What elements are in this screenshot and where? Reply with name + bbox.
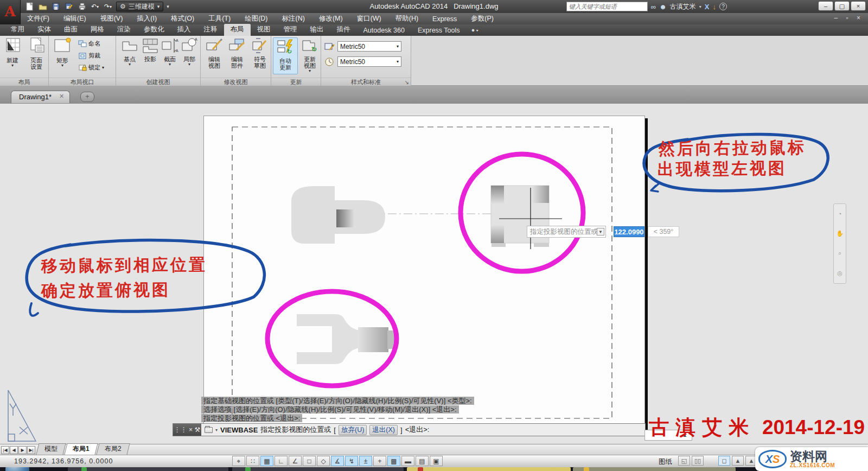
symbol-sketch-button[interactable]: 符号草图: [247, 37, 272, 69]
quick-view-layouts-icon[interactable]: ◱: [678, 456, 690, 466]
minimize-button[interactable]: –: [818, 1, 833, 11]
application-menu-button[interactable]: A: [0, 0, 21, 24]
panel-title-update[interactable]: 更新: [271, 78, 321, 86]
dyn-ucs-toggle[interactable]: ↯: [345, 456, 358, 466]
detail-view-button[interactable]: A 局部▾: [177, 37, 202, 66]
tab-close-icon[interactable]: ✕: [59, 93, 64, 103]
command-option-undo[interactable]: 放弃(U): [339, 425, 367, 435]
auto-update-button[interactable]: ↻ 自动更新: [273, 37, 298, 74]
tab-output[interactable]: 输出: [304, 24, 330, 36]
restore-button[interactable]: ▢: [834, 1, 850, 11]
help-icon[interactable]: ?: [719, 3, 727, 10]
tab-home[interactable]: 常用: [4, 24, 31, 36]
drawing-tab[interactable]: Drawing1* ✕: [11, 91, 70, 103]
user-menu-icon[interactable]: ▾: [699, 4, 701, 9]
tab-autodesk360[interactable]: Autodesk 360: [357, 26, 411, 36]
osnap-toggle[interactable]: □: [303, 456, 316, 466]
annotation-scale-icon[interactable]: ▲: [732, 456, 744, 466]
quick-properties-toggle[interactable]: ▤: [416, 456, 429, 466]
menu-parametric[interactable]: 参数(P): [471, 14, 494, 23]
edit-components-button[interactable]: 编辑部件: [225, 37, 250, 69]
ribbon-options-icon[interactable]: ⏺ ▾: [472, 27, 479, 36]
viewport-lock-button[interactable]: 锁定 ▾: [78, 63, 104, 72]
panel-title-styles[interactable]: 样式和标准: [321, 78, 411, 86]
otrack-toggle[interactable]: ∡: [331, 456, 344, 466]
new-drawing-tab-button[interactable]: +: [80, 92, 94, 102]
panel-title-viewports[interactable]: 布局视口: [49, 78, 116, 86]
viewport-maximize-icon[interactable]: ◻: [718, 456, 730, 466]
dock-close-icon[interactable]: ×: [189, 426, 193, 434]
transparency-toggle[interactable]: ▩: [387, 456, 400, 466]
edit-view-button[interactable]: 编辑视图: [202, 37, 227, 69]
panel-expander-icon[interactable]: ↘: [405, 79, 409, 85]
update-view-button[interactable]: ↻ 更新视图▾: [297, 37, 322, 73]
communication-center-icon[interactable]: ↓: [713, 3, 717, 11]
navigation-bar[interactable]: ◔ ✋ ⌕ ◎: [833, 203, 846, 284]
command-line-dock[interactable]: ⋮⋮ × ⚒ ▾ VIEWBASE 指定投影视图的位置或 [ 放弃(U) 退出(…: [173, 423, 646, 436]
prev-tab-button[interactable]: ◀: [10, 446, 18, 454]
dyn-input-toggle[interactable]: +: [373, 456, 386, 466]
menu-edit[interactable]: 编辑(E): [63, 14, 86, 23]
quick-view-drawings-icon[interactable]: ▯▯: [692, 456, 704, 466]
polar-toggle[interactable]: ∠: [289, 456, 302, 466]
command-option-exit[interactable]: 退出(X): [369, 425, 398, 435]
exchange-apps-icon[interactable]: X: [705, 3, 710, 11]
command-input-area[interactable]: ▾ VIEWBASE 指定投影视图的位置或 [ 放弃(U) 退出(X) ] <退…: [201, 424, 645, 436]
tab-solid[interactable]: 实体: [31, 24, 58, 36]
dyn-input-angle-field[interactable]: < 359°: [648, 226, 679, 237]
view-style-combo[interactable]: Metric50▾: [337, 41, 401, 52]
lineweight-toggle[interactable]: ▬: [401, 456, 414, 466]
first-tab-button[interactable]: |◀: [1, 446, 9, 454]
layout2-tab[interactable]: 布局2: [96, 443, 130, 455]
last-tab-button[interactable]: ▶|: [27, 446, 35, 454]
tab-express-tools[interactable]: Express Tools: [411, 26, 467, 36]
selection-cycling-toggle[interactable]: ▣: [430, 456, 443, 466]
tab-view[interactable]: 视图: [251, 24, 277, 36]
menu-insert[interactable]: 插入(I): [137, 14, 157, 23]
viewport-named-button[interactable]: 命名: [78, 39, 100, 48]
document-window-controls[interactable]: ‒ ▫ ×: [834, 14, 864, 22]
menu-dimension[interactable]: 标注(N): [282, 14, 305, 23]
new-layout-button[interactable]: 新建▾: [0, 37, 25, 67]
menu-draw[interactable]: 绘图(D): [245, 14, 267, 23]
tab-insert[interactable]: 插入: [171, 24, 197, 36]
dock-grip-icon[interactable]: ⋮⋮: [174, 426, 187, 434]
tab-parametric[interactable]: 参数化: [137, 24, 171, 36]
layout1-tab[interactable]: 布局1: [64, 443, 98, 455]
menu-tools[interactable]: 工具(T): [208, 14, 231, 23]
menu-help[interactable]: 帮助(H): [395, 14, 418, 23]
menu-express[interactable]: Express: [432, 15, 457, 23]
menu-format[interactable]: 格式(O): [171, 14, 194, 23]
model-tab[interactable]: 模型: [36, 443, 66, 455]
grid-toggle[interactable]: ▦: [260, 456, 273, 466]
panel-title-layout[interactable]: 布局: [0, 78, 48, 86]
grid-dots-toggle[interactable]: ∷: [246, 456, 259, 466]
orbit-icon[interactable]: ◎: [837, 270, 843, 277]
taskbar-app-1[interactable]: [68, 467, 228, 471]
panel-title-create-view[interactable]: 创建视图: [116, 78, 200, 86]
dyn-input-distance-field[interactable]: 122.0990: [614, 226, 644, 237]
menu-window[interactable]: 窗口(W): [357, 14, 381, 23]
tab-annotate[interactable]: 注释: [197, 24, 224, 36]
menu-modify[interactable]: 修改(M): [319, 14, 343, 23]
search-input[interactable]: [566, 2, 648, 11]
search-icon[interactable]: ∞: [651, 3, 656, 11]
standard-style-combo[interactable]: Metric50▾: [337, 56, 401, 67]
taskbar-app-4[interactable]: [573, 467, 736, 471]
taskbar-app-3[interactable]: [407, 467, 571, 471]
next-tab-button[interactable]: ▶: [18, 446, 27, 454]
menu-file[interactable]: 文件(F): [27, 14, 49, 23]
close-button[interactable]: ×: [851, 1, 866, 11]
start-button[interactable]: [5, 467, 29, 471]
navwheel-icon[interactable]: ◔: [838, 211, 842, 217]
tab-surface[interactable]: 曲面: [58, 24, 84, 36]
taskbar-app-2[interactable]: [232, 467, 404, 471]
tab-layout[interactable]: 布局: [224, 24, 251, 36]
tab-manage[interactable]: 管理: [277, 24, 304, 36]
menu-view[interactable]: 视图(V): [100, 14, 123, 23]
tab-render[interactable]: 渲染: [111, 24, 137, 36]
ortho-toggle[interactable]: ∟: [275, 456, 288, 466]
osnap3d-toggle[interactable]: ◇: [317, 456, 330, 466]
paper-model-button[interactable]: 图纸: [659, 457, 672, 467]
snap-toggle[interactable]: ⌖: [232, 456, 245, 466]
